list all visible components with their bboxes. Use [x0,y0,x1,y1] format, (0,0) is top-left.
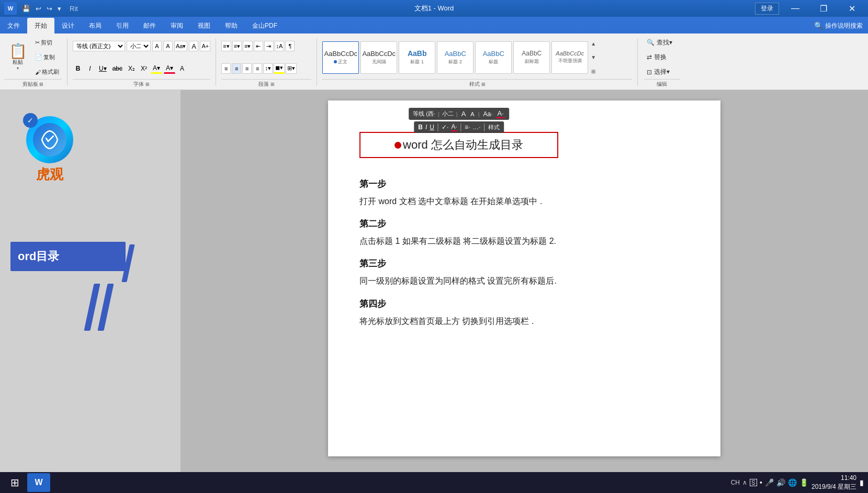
tab-view[interactable]: 视图 [190,18,218,33]
kingsoft-tray-icon[interactable]: 🅂 [750,478,757,487]
mt-font-smaller[interactable]: A [469,111,475,117]
style-normal[interactable]: AaBbCcDc 正文 [322,41,359,74]
style-no-spacing[interactable]: AaBbCcDc 无间隔 [360,41,397,74]
styles-scroll-down[interactable]: ▼ [591,54,596,60]
align-right[interactable]: ≡ [242,63,252,74]
tab-review[interactable]: 审阅 [163,18,190,33]
mt-case[interactable]: Aa· [482,110,494,118]
restore-button[interactable]: ❐ [811,0,836,17]
styles-scroll-up[interactable]: ▲ [591,41,596,47]
style-heading[interactable]: AaBbC 标题 [475,41,512,74]
mt-styles[interactable]: 样式 [488,124,500,131]
ribbon-tabs: 文件 开始 设计 布局 引用 邮件 审阅 视图 帮助 金山PDF 🔍 操作说明搜… [0,17,868,33]
tab-mail[interactable]: 邮件 [136,18,163,33]
tab-layout[interactable]: 布局 [82,18,109,33]
font-size-increase[interactable]: A [152,41,162,51]
sort-button[interactable]: ↕A [275,41,285,51]
show-desktop-button[interactable]: ▮ [860,478,864,487]
mt-check[interactable]: ✓· [442,124,448,131]
font-highlight-button[interactable]: A▾ [151,63,162,74]
cut-button[interactable]: ✂剪切 [32,38,62,48]
tab-kingsoft-pdf[interactable]: 金山PDF [245,18,285,33]
word-taskbar-button[interactable]: W [27,473,50,492]
close-button[interactable]: ✕ [840,0,864,17]
strikethrough-button[interactable]: abc [110,63,125,74]
underline-button[interactable]: U▾ [97,63,109,74]
quick-access-toolbar: 💾 ↩ ↪ ▾ [20,4,63,14]
style-subtle-emphasis[interactable]: AaBbCcDc 不明显强调 [551,41,588,74]
borders-button[interactable]: ⊞▾ [286,63,297,74]
style-heading1[interactable]: AaBb 标题 1 [399,41,435,74]
font-color-button[interactable]: A▾ [164,63,175,74]
show-marks-button[interactable]: ¶ [285,41,295,51]
login-button[interactable]: 登录 [755,3,779,15]
battery-icon[interactable]: 🔋 [799,478,808,487]
editing-body: 🔍查找▾ ⇄替换 ⊡选择▾ [644,36,680,79]
tab-home[interactable]: 开始 [27,18,54,33]
align-center[interactable]: ≡ [232,63,241,74]
dot-tray-icon[interactable]: • [760,478,762,487]
mt-italic[interactable]: I [425,124,427,131]
find-icon: 🔍 [647,39,655,46]
mt-more[interactable]: …· [472,124,480,131]
styles-expand-icon[interactable]: ⊞ [481,82,486,87]
mt-bold[interactable]: B [418,124,423,131]
main-area: ✓ 虎观 ord目录 [0,90,868,479]
start-button[interactable]: ⊞ [4,473,25,492]
italic-button[interactable]: I [85,63,95,74]
font-name-select[interactable]: 等线 (西正文) [73,41,125,51]
mt-underline[interactable]: U [430,124,434,131]
decrease-indent[interactable]: ⇤ [254,41,263,51]
superscript-button[interactable]: X² [139,63,149,74]
speaker-icon[interactable]: 🔊 [776,478,785,487]
styles-expand[interactable]: ⊞ [591,69,596,74]
tab-references[interactable]: 引用 [109,18,136,33]
font-char-spacing[interactable]: A [177,63,187,74]
save-button[interactable]: 💾 [20,4,32,14]
mt-list[interactable]: ≡· [465,124,470,131]
quick-access-dropdown[interactable]: ▾ [55,4,63,14]
mt-sep6: | [483,122,486,132]
mt-font-color[interactable]: A· [497,109,505,118]
numbering-button[interactable]: ≡▾ [232,41,242,51]
align-left[interactable]: ≡ [221,63,231,74]
justify[interactable]: ≡ [253,63,262,74]
format-painter-icon: 🖌 [35,69,41,75]
mt-font-larger[interactable]: A [460,110,467,118]
shading-button[interactable]: ◼▾ [274,63,285,74]
tab-design[interactable]: 设计 [54,18,82,33]
font-size-select[interactable]: 小二 [127,41,151,51]
text-effects-button[interactable]: A+ [200,41,210,51]
copy-button[interactable]: 📄复制 [32,52,62,62]
clear-format-button[interactable]: A [189,41,198,51]
change-case-button[interactable]: Aa▾ [174,41,187,51]
network-icon[interactable]: 🌐 [788,478,797,487]
multi-level-list[interactable]: ≡▾ [243,41,252,51]
font-size-decrease[interactable]: A [163,41,173,51]
bold-button[interactable]: B [73,63,83,74]
clipboard-expand-icon[interactable]: ⊞ [39,82,43,87]
mt-color2[interactable]: A· [451,123,457,131]
tray-chevron[interactable]: ∧ [742,479,747,486]
undo-button[interactable]: ↩ [33,4,43,14]
style-subtitle[interactable]: AaBbC 副标题 [513,41,550,74]
style-heading2[interactable]: AaBbC 标题 2 [437,41,474,74]
redo-button[interactable]: ↪ [44,4,54,14]
replace-button[interactable]: ⇄替换 [644,51,680,63]
format-painter-button[interactable]: 🖌格式刷 [32,67,62,77]
font-expand-icon[interactable]: ⊞ [145,82,150,87]
line-spacing[interactable]: ↕▾ [263,63,273,74]
doc-title-selected[interactable]: word 怎么自动生成目录 [359,132,558,158]
tab-file[interactable]: 文件 [0,18,27,33]
para-expand-icon[interactable]: ⊞ [270,82,275,87]
paste-button[interactable]: 📋 粘贴 ▾ [4,36,31,79]
mic-tray-icon[interactable]: 🎤 [765,478,774,487]
subscript-button[interactable]: X₂ [126,63,137,74]
increase-indent[interactable]: ⇥ [264,41,274,51]
find-button[interactable]: 🔍查找▾ [644,37,680,49]
tab-help[interactable]: 帮助 [218,18,245,33]
select-button[interactable]: ⊡选择▾ [644,66,680,78]
word-icon: W [4,2,17,15]
bullets-button[interactable]: ≡▾ [221,41,231,51]
minimize-button[interactable]: — [783,0,807,17]
